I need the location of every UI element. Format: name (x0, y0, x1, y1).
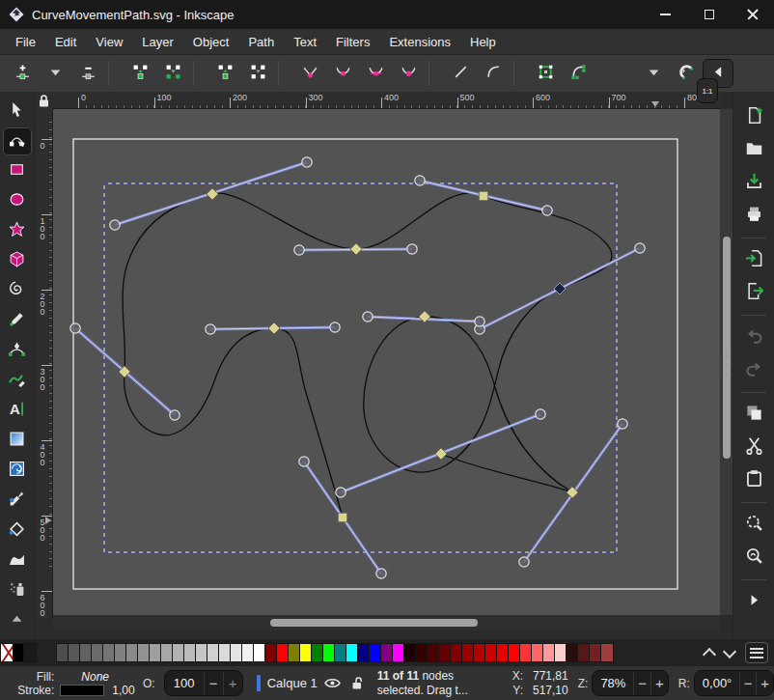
tool-spiral-button[interactable] (3, 277, 32, 305)
palette-swatch[interactable] (138, 644, 150, 661)
palette-swatch[interactable] (346, 644, 358, 661)
rotation-decrease-button[interactable]: − (739, 671, 757, 695)
palette-swatch[interactable] (184, 644, 196, 661)
export-document-button[interactable] (738, 277, 769, 308)
control-handle-knob[interactable] (363, 312, 373, 322)
palette-swatch[interactable] (300, 644, 312, 661)
palette-swatch[interactable] (509, 644, 520, 661)
control-handle-knob[interactable] (170, 410, 180, 420)
control-handle-knob[interactable] (475, 317, 484, 326)
menu-text[interactable]: Text (284, 31, 326, 53)
palette-swatch[interactable] (242, 644, 254, 661)
cut-button[interactable] (738, 432, 769, 462)
palette-swatch[interactable] (590, 644, 601, 661)
palette-swatch[interactable] (231, 644, 242, 661)
zoom-selection-button[interactable] (738, 509, 769, 540)
palette-swatch[interactable] (323, 644, 335, 661)
palette-scroll-up-icon[interactable] (705, 649, 716, 657)
palette-swatch[interactable] (335, 644, 346, 661)
insert-node-button[interactable] (6, 58, 39, 89)
make-curve-button[interactable] (477, 58, 510, 89)
palette-swatch[interactable] (265, 644, 277, 661)
palette-swatch[interactable] (520, 644, 532, 661)
control-handle-knob[interactable] (542, 206, 552, 215)
menu-extensions[interactable]: Extensions (379, 31, 460, 53)
palette-swatch[interactable] (381, 644, 393, 661)
opacity-value[interactable]: 100 (165, 676, 204, 690)
control-handle-knob[interactable] (299, 457, 309, 466)
palette-swatch[interactable] (57, 644, 69, 661)
palette-swatch[interactable] (358, 644, 370, 661)
tool-ellipse-button[interactable] (3, 187, 32, 215)
more-commands-button[interactable] (738, 586, 769, 617)
palette-swatch[interactable] (126, 644, 138, 661)
save-document-button[interactable] (738, 167, 769, 198)
palette-swatch[interactable] (13, 644, 24, 661)
make-line-button[interactable] (444, 58, 477, 89)
guide-lock-icon[interactable] (38, 94, 50, 108)
units-dropdown-button[interactable] (637, 58, 670, 89)
fill-value[interactable]: None (60, 670, 143, 684)
current-layer-name[interactable]: Calque 1 (267, 676, 318, 690)
minimize-button[interactable] (644, 0, 687, 29)
palette-swatch[interactable] (173, 644, 184, 661)
menu-file[interactable]: File (6, 31, 45, 53)
tool-selector-button[interactable] (3, 98, 32, 126)
palette-swatch-none[interactable] (1, 644, 13, 661)
palette-swatch[interactable] (150, 644, 161, 661)
control-handle-knob[interactable] (415, 176, 425, 185)
rotation-increase-button[interactable]: + (756, 671, 773, 695)
tool-dropper-button[interactable] (3, 487, 32, 515)
tool-box-3d-button[interactable] (3, 247, 32, 275)
palette-swatch[interactable] (24, 644, 36, 661)
tool-rectangle-button[interactable] (3, 157, 32, 185)
zoom-drawing-button[interactable] (738, 542, 769, 573)
zoom-correction-badge[interactable]: 1:1 (697, 78, 718, 103)
palette-scroll-down-icon[interactable] (725, 649, 736, 657)
join-with-segment-button[interactable] (156, 58, 189, 89)
bezier-path[interactable] (123, 193, 612, 518)
horizontal-scrollbar[interactable] (53, 615, 720, 630)
palette-swatch[interactable] (404, 644, 416, 661)
opacity-increase-button[interactable]: + (223, 671, 242, 695)
palette-swatch[interactable] (312, 644, 323, 661)
vertical-scrollbar-thumb[interactable] (723, 237, 731, 459)
tool-text-button[interactable]: A (3, 397, 32, 425)
control-handle-knob[interactable] (294, 245, 304, 255)
control-handle-knob[interactable] (536, 409, 545, 419)
palette-swatch[interactable] (92, 644, 103, 661)
menu-object[interactable]: Object (183, 31, 239, 53)
control-handle-knob[interactable] (407, 244, 417, 254)
tool-star-button[interactable] (3, 217, 32, 245)
horizontal-scrollbar-thumb[interactable] (270, 619, 478, 627)
paste-button[interactable] (738, 464, 769, 495)
control-handle-knob[interactable] (635, 243, 645, 253)
palette-swatch[interactable] (219, 644, 231, 661)
dock-resize-handle[interactable] (724, 354, 730, 376)
path-node-active[interactable] (554, 283, 566, 294)
palette-swatch[interactable] (474, 644, 485, 661)
palette-swatch[interactable] (555, 644, 567, 661)
layer-lock-icon[interactable] (351, 676, 364, 690)
palette-swatch[interactable] (462, 644, 474, 661)
open-document-button[interactable] (738, 134, 769, 165)
vertical-ruler[interactable]: 0100200300400500600 (36, 109, 53, 618)
palette-swatch[interactable] (428, 644, 439, 661)
control-handle-knob[interactable] (110, 220, 120, 230)
layer-visibility-icon[interactable] (324, 677, 341, 689)
stroke-color-swatch[interactable] (60, 685, 104, 696)
tool-more-tools-button[interactable] (3, 606, 32, 634)
menu-view[interactable]: View (86, 31, 132, 53)
palette-swatch[interactable] (80, 644, 92, 661)
new-document-button[interactable] (738, 101, 769, 132)
path-node[interactable] (479, 191, 487, 200)
join-nodes-button[interactable] (124, 58, 156, 89)
control-handle-knob[interactable] (206, 324, 215, 334)
horizontal-ruler[interactable]: 1:1 0100200300400500600700800 (53, 92, 720, 109)
tool-gradient-button[interactable] (3, 427, 32, 455)
menu-filters[interactable]: Filters (326, 31, 379, 53)
zoom-increase-button[interactable]: + (650, 671, 668, 695)
insert-node-dropdown-button[interactable] (39, 58, 71, 89)
palette-swatch[interactable] (161, 644, 173, 661)
delete-segment-button[interactable] (241, 58, 274, 89)
